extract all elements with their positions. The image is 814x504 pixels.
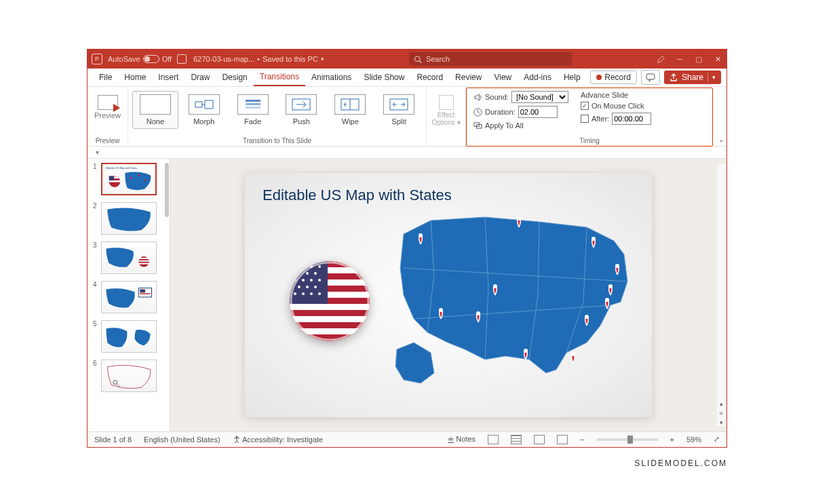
- thumbnail-5[interactable]: 5: [93, 320, 168, 353]
- svg-line-1: [419, 60, 421, 62]
- thumbnail-4[interactable]: 4: [93, 281, 168, 313]
- svg-point-69: [493, 284, 497, 288]
- zoom-in-button[interactable]: +: [670, 435, 674, 444]
- svg-rect-3: [195, 102, 202, 107]
- sorter-view-button[interactable]: [511, 435, 522, 444]
- preview-group: Preview Preview: [88, 88, 128, 146]
- transition-morph[interactable]: Morph: [181, 91, 227, 129]
- svg-point-56: [302, 292, 305, 295]
- menu-record[interactable]: Record: [410, 69, 449, 86]
- minimize-button[interactable]: ─: [675, 54, 684, 64]
- svg-text:Editable US Map with States: Editable US Map with States: [106, 167, 138, 170]
- ribbon-collapse-button[interactable]: ⌄: [718, 136, 724, 143]
- search-box[interactable]: [409, 52, 572, 66]
- zoom-slider[interactable]: [597, 438, 658, 441]
- svg-rect-11: [390, 99, 408, 110]
- zoom-out-button[interactable]: −: [580, 435, 584, 444]
- menu-design[interactable]: Design: [216, 69, 253, 86]
- preview-button[interactable]: [98, 95, 118, 110]
- slide[interactable]: Editable US Map with States: [245, 173, 652, 417]
- svg-point-49: [302, 279, 305, 282]
- after-checkbox[interactable]: After:: [581, 113, 651, 125]
- record-dot-icon: [596, 75, 602, 80]
- save-icon[interactable]: [177, 54, 187, 64]
- sound-select[interactable]: [No Sound]: [511, 91, 568, 103]
- svg-point-47: [314, 272, 317, 275]
- apply-all-icon: [473, 121, 482, 130]
- thumbnail-2[interactable]: 2: [93, 202, 168, 235]
- search-input[interactable]: [426, 55, 567, 63]
- sound-icon: [473, 93, 482, 102]
- autosave-toggle[interactable]: AutoSave Off: [108, 55, 172, 63]
- menu-transitions[interactable]: Transitions: [254, 69, 305, 86]
- thumbnail-scrollbar[interactable]: [165, 163, 169, 217]
- svg-point-22: [144, 179, 147, 181]
- language-status[interactable]: English (United States): [144, 435, 220, 444]
- us-flag-badge: [290, 261, 370, 341]
- svg-point-55: [294, 292, 296, 295]
- transition-fade[interactable]: Fade: [230, 91, 276, 129]
- svg-point-72: [235, 435, 237, 438]
- watermark: SLIDEMODEL.COM: [634, 459, 727, 468]
- svg-point-62: [592, 237, 596, 241]
- svg-rect-38: [290, 316, 370, 322]
- thumbnail-6[interactable]: 6: [93, 360, 168, 392]
- autosave-state: Off: [162, 55, 172, 63]
- qat-dropdown[interactable]: ▾: [96, 149, 99, 156]
- transition-split[interactable]: Split: [376, 91, 422, 129]
- menu-animations[interactable]: Animations: [305, 69, 357, 86]
- slide-title: Editable US Map with States: [263, 187, 452, 204]
- share-button[interactable]: Share▾: [664, 71, 721, 84]
- record-button[interactable]: Record: [590, 71, 637, 84]
- slide-canvas[interactable]: Editable US Map with States: [170, 159, 726, 431]
- menu-home[interactable]: Home: [118, 69, 152, 86]
- canvas-scrollbar[interactable]: ▴≡▾: [717, 164, 725, 426]
- notes-button[interactable]: ≐ Notes: [448, 435, 476, 444]
- svg-point-42: [302, 265, 305, 268]
- svg-point-44: [318, 265, 321, 268]
- menu-help[interactable]: Help: [558, 69, 587, 86]
- svg-point-57: [310, 292, 313, 295]
- transitions-group-label: Transition to This Slide: [132, 136, 422, 146]
- after-input[interactable]: [612, 113, 651, 125]
- save-status[interactable]: • Saved to this PC ▾: [257, 55, 324, 63]
- comments-button[interactable]: [641, 70, 660, 85]
- fit-to-window-button[interactable]: ⤢: [714, 435, 720, 444]
- transition-wipe[interactable]: Wipe: [327, 91, 373, 129]
- menu-view[interactable]: View: [488, 69, 518, 86]
- menu-draw[interactable]: Draw: [185, 69, 216, 86]
- menu-review[interactable]: Review: [449, 69, 488, 86]
- menu-file[interactable]: File: [93, 69, 118, 86]
- thumbnail-3[interactable]: 3: [93, 241, 168, 274]
- menu-slideshow[interactable]: Slide Show: [357, 69, 410, 86]
- accessibility-icon: [233, 435, 241, 444]
- svg-rect-18: [109, 180, 121, 182]
- advance-slide-label: Advance Slide: [581, 91, 651, 99]
- maximize-button[interactable]: ▢: [694, 54, 703, 64]
- slideshow-view-button[interactable]: [557, 435, 568, 444]
- accessibility-status[interactable]: Accessibility: Investigate: [233, 435, 324, 444]
- menu-insert[interactable]: Insert: [152, 69, 185, 86]
- menu-bar: File Home Insert Draw Design Transitions…: [88, 69, 726, 87]
- svg-rect-19: [109, 176, 114, 180]
- svg-rect-7: [246, 106, 260, 109]
- on-mouse-click-checkbox[interactable]: ✓On Mouse Click: [581, 102, 651, 110]
- quick-access-row: ▾: [88, 147, 726, 159]
- thumbnail-1[interactable]: 1Editable US Map with States: [93, 163, 168, 195]
- transition-none[interactable]: None: [132, 91, 178, 129]
- effect-options-group: EffectOptions ▾: [427, 88, 466, 146]
- app-icon: P: [92, 54, 102, 64]
- reading-view-button[interactable]: [534, 435, 545, 444]
- normal-view-button[interactable]: [488, 435, 499, 444]
- svg-rect-25: [138, 260, 149, 262]
- zoom-value: 59%: [686, 435, 701, 444]
- transition-push[interactable]: Push: [278, 91, 324, 129]
- duration-input[interactable]: [518, 106, 558, 118]
- svg-rect-2: [646, 74, 655, 79]
- close-button[interactable]: ✕: [713, 54, 722, 64]
- svg-rect-4: [205, 100, 213, 109]
- menu-addins[interactable]: Add-ins: [518, 69, 558, 86]
- title-bar: P AutoSave Off 6270-03-us-map... • Saved…: [88, 50, 726, 69]
- pen-icon[interactable]: [657, 55, 665, 64]
- apply-all-button[interactable]: Apply To All: [473, 121, 568, 130]
